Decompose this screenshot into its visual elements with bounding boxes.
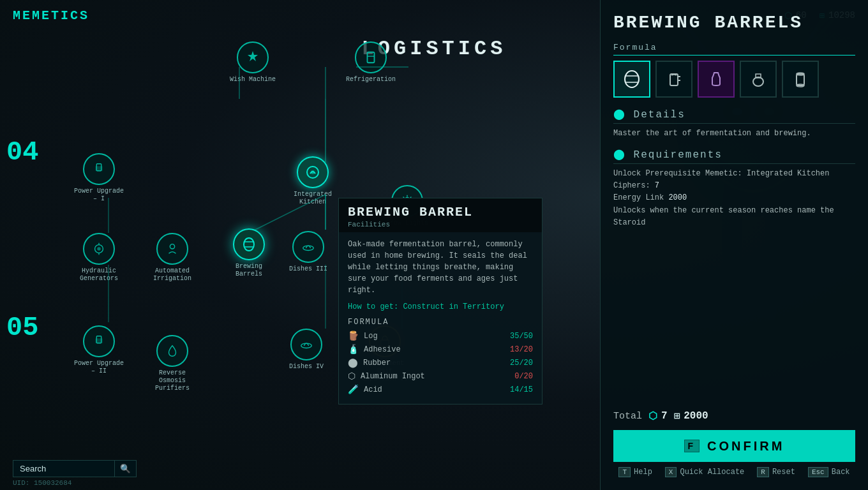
bottom-hotkeys: T Help X Quick Allocate R Reset Esc Back [613, 467, 855, 477]
svg-rect-44 [670, 74, 678, 85]
svg-rect-20 [96, 166, 103, 170]
requirements-section: ⬤ Requirements Unlock Prerequisite Memet… [613, 148, 855, 229]
formula-tab-beer[interactable] [655, 61, 692, 98]
hotkey-back: Esc Back [808, 467, 850, 477]
total-label: Total [613, 411, 642, 422]
svg-point-27 [170, 244, 174, 249]
row-04-number: 04 [6, 137, 38, 168]
formula-section: Formula [613, 43, 855, 98]
tooltip-popup: BREWING BARREL Facilities Oak-made ferme… [338, 198, 542, 405]
node-integrated-kitchen[interactable]: Integrated Kitchen [287, 156, 338, 206]
details-section: ⬤ Details Master the art of fermentation… [613, 108, 855, 139]
search-bar: 🔍 [13, 460, 137, 477]
search-button[interactable]: 🔍 [115, 460, 137, 477]
reverse-osmosis-label: Reverse Osmosis Purifiers [147, 369, 198, 392]
total-energy: ⊞ 2000 [674, 410, 708, 422]
log-name: Log [364, 332, 378, 341]
panel-title: BREWING BARRELS [613, 13, 855, 33]
total-ciphers: ⬡ 7 [648, 410, 668, 422]
tooltip-header: BREWING BARREL Facilities [339, 198, 542, 232]
node-dishes-4[interactable]: Dishes IV [289, 329, 324, 371]
search-input[interactable] [13, 460, 115, 477]
tooltip-title: BREWING BARREL [348, 205, 533, 219]
formula-label: Formula [613, 43, 855, 56]
aluminum-name: Aluminum Ingot [361, 372, 425, 381]
confirm-label: CONFIRM [707, 439, 784, 454]
req-item-3: Energy Link 2000 [613, 192, 855, 204]
svg-rect-38 [96, 338, 103, 343]
dishes-3-label: Dishes III [289, 265, 327, 273]
acid-name: Acid [364, 385, 382, 394]
node-power-upgrade-2[interactable]: Power Upgrade – II [73, 325, 124, 375]
tooltip-desc: Oak-made fermentation barrel, commonly u… [348, 239, 533, 296]
aluminum-amount: 0/20 [514, 372, 533, 381]
formula-tab-bottle[interactable] [698, 61, 735, 98]
node-hydraulic-generators[interactable]: Hydraulic Generators [73, 233, 124, 283]
integrated-kitchen-label: Integrated Kitchen [287, 191, 338, 206]
cipher-icon-total: ⬡ [648, 410, 657, 422]
refrigeration-circle[interactable] [355, 41, 387, 73]
energy-icon-total: ⊞ [674, 410, 680, 422]
acid-icon: 🧪 [348, 384, 359, 395]
details-header-prefix: ⬤ [613, 109, 626, 121]
formula-tabs [613, 61, 855, 98]
svg-point-41 [625, 71, 639, 87]
svg-rect-17 [368, 52, 375, 63]
wish-machine-label: Wish Machine [230, 76, 276, 84]
node-reverse-osmosis[interactable]: Reverse Osmosis Purifiers [147, 335, 198, 392]
brewing-barrels-label: Brewing Barrels [223, 263, 274, 278]
app-title: MEMETICS [13, 8, 89, 23]
formula-tab-milk[interactable] [740, 61, 777, 98]
row-05-number: 05 [6, 313, 38, 343]
refrigeration-label: Refrigeration [346, 76, 396, 84]
formula-row-rubber: ⬤ Rubber 25/20 [348, 357, 533, 368]
confirm-button[interactable]: F CONFIRM [613, 430, 855, 462]
req-item-1: Unlock Prerequisite Memetic: Integrated … [613, 168, 855, 180]
details-header: ⬤ Details [613, 108, 855, 124]
power-upgrade-1-label: Power Upgrade – I [73, 188, 124, 203]
adhesive-icon: 🧴 [348, 344, 359, 355]
rubber-name: Rubber [363, 359, 391, 368]
hotkey-help: T Help [618, 467, 652, 477]
hotkey-reset: R Reset [757, 467, 795, 477]
right-panel: BREWING BARRELS Formula [600, 0, 868, 490]
node-dishes-3[interactable]: Dishes III [289, 231, 327, 273]
log-amount: 35/50 [510, 332, 533, 341]
wish-machine-circle[interactable] [237, 41, 269, 73]
tooltip-subtitle: Facilities [348, 221, 533, 228]
acid-amount: 14/15 [510, 385, 533, 394]
formula-row-log: 🪵 Log 35/50 [348, 330, 533, 341]
uid-label: UID: 150032684 [13, 479, 71, 487]
req-header-prefix: ⬤ [613, 149, 626, 161]
adhesive-amount: 13/20 [510, 345, 533, 354]
adhesive-name: Adhesive [364, 345, 401, 354]
formula-tab-barrel[interactable] [613, 61, 650, 98]
top-node-2[interactable]: Refrigeration [346, 41, 396, 84]
node-automated-irrigation[interactable]: Automated Irrigation [147, 233, 198, 283]
formula-row-acid: 🧪 Acid 14/15 [348, 384, 533, 395]
node-power-upgrade-1[interactable]: Power Upgrade – I [73, 153, 124, 203]
req-item-2: Ciphers: 7 [613, 180, 855, 192]
svg-point-28 [244, 238, 254, 251]
tooltip-formula-header: FORMULA [348, 318, 533, 327]
top-node-1[interactable]: Wish Machine [230, 41, 276, 84]
top-nodes-row: Wish Machine Refrigeration [38, 41, 587, 89]
main-content: MEMETICS ⬡ 60 ⊞ 10298 LOGISTICS [0, 0, 868, 490]
hydraulic-label: Hydraulic Generators [73, 267, 124, 283]
confirm-key: F [684, 440, 700, 452]
automated-irrigation-label: Automated Irrigation [147, 267, 198, 283]
node-brewing-barrels[interactable]: Brewing Barrels [223, 228, 274, 278]
formula-tab-can[interactable] [782, 61, 819, 98]
formula-row-adhesive: 🧴 Adhesive 13/20 [348, 344, 533, 355]
svg-point-47 [753, 77, 763, 86]
rubber-icon: ⬤ [348, 357, 358, 368]
hotkey-quick-allocate: X Quick Allocate [665, 467, 744, 477]
rubber-amount: 25/20 [510, 359, 533, 368]
svg-point-24 [97, 247, 101, 251]
details-text: Master the art of fermentation and brewi… [613, 128, 855, 139]
tooltip-body: Oak-made fermentation barrel, commonly u… [339, 232, 542, 404]
log-icon: 🪵 [348, 330, 359, 341]
requirements-header: ⬤ Requirements [613, 148, 855, 164]
total-row: Total ⬡ 7 ⊞ 2000 [613, 410, 855, 422]
tooltip-howto: How to get: Construct in Territory [348, 302, 533, 311]
